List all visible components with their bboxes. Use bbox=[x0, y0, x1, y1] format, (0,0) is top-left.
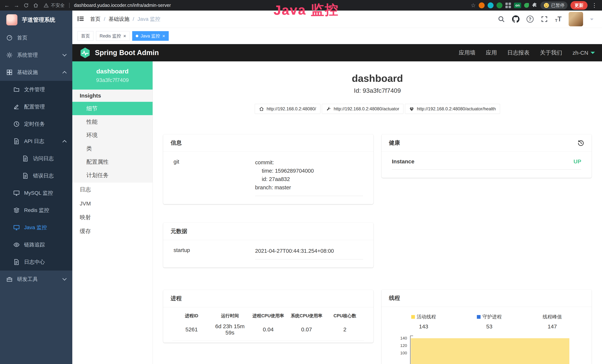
sidebar-item-api-logs[interactable]: API 日志 bbox=[0, 133, 72, 150]
extensions-puzzle-icon[interactable] bbox=[532, 2, 538, 9]
sidebar-item-log-center[interactable]: 日志中心 bbox=[0, 253, 72, 270]
sba-nav-about[interactable]: 关于我们 bbox=[540, 49, 562, 57]
breadcrumb-home[interactable]: 首页 bbox=[90, 16, 100, 23]
sidebar-item-java-monitor[interactable]: Java 监控 bbox=[0, 219, 72, 236]
sidebar-item-mysql-monitor[interactable]: MySQL 监控 bbox=[0, 184, 72, 202]
address-bar[interactable]: 不安全 dashboard.yudao.iocoder.cn/infra/adm… bbox=[44, 2, 171, 8]
gauge-icon bbox=[6, 35, 13, 41]
reload-button[interactable] bbox=[22, 1, 30, 10]
sba-nav-applications[interactable]: 应用 bbox=[486, 49, 497, 57]
sba-menu-classes[interactable]: 类 bbox=[72, 142, 153, 155]
close-icon[interactable]: × bbox=[123, 33, 126, 38]
sba-menu-performance[interactable]: 性能 bbox=[72, 115, 153, 128]
home-button[interactable] bbox=[32, 1, 40, 10]
back-button[interactable]: ← bbox=[3, 1, 11, 10]
update-button[interactable]: 更新 bbox=[570, 1, 588, 10]
wrench-icon bbox=[326, 107, 331, 111]
sba-nav-wallboard[interactable]: 应用墙 bbox=[459, 49, 475, 57]
cards-right-column: 健康 Instance UP bbox=[382, 134, 592, 364]
font-size-icon[interactable]: TT bbox=[555, 15, 562, 23]
doc-icon bbox=[13, 259, 20, 265]
stack-icon bbox=[13, 207, 20, 214]
legend-live-threads[interactable]: 活动线程 143 bbox=[411, 314, 436, 330]
sidebar-item-file-mgmt[interactable]: 文件管理 bbox=[0, 81, 72, 98]
sidebar-item-config-mgmt[interactable]: 配置管理 bbox=[0, 98, 72, 115]
active-dot bbox=[136, 35, 138, 37]
sba-menu-caches[interactable]: 缓存 bbox=[72, 224, 153, 238]
sidebar-item-infrastructure[interactable]: 基础设施 bbox=[0, 64, 72, 81]
health-instance-row[interactable]: Instance UP bbox=[392, 158, 581, 170]
sba-menu-mappings[interactable]: 映射 bbox=[72, 211, 153, 224]
extension-on-badge[interactable]: on bbox=[514, 3, 521, 8]
sba-instance-header[interactable]: dashboard 93a3fc7f7409 bbox=[72, 61, 153, 90]
yudao-sidebar: 芋道管理系统 首页 系统管理 基础设施 文件管理 配置 bbox=[0, 11, 72, 364]
extension-icon-orange[interactable] bbox=[479, 2, 485, 8]
sidebar-item-access-logs[interactable]: 访问日志 bbox=[0, 150, 72, 167]
extension-icon-green[interactable] bbox=[496, 2, 502, 8]
sba-locale-select[interactable]: zh-CN bbox=[572, 50, 595, 56]
sba-menu-scheduled-tasks[interactable]: 计划任务 bbox=[72, 169, 153, 182]
close-icon[interactable]: × bbox=[162, 33, 165, 38]
profile-paused-chip[interactable]: 已暂停 bbox=[540, 1, 568, 9]
link-actuator-url[interactable]: http://192.168.0.2:48080/actuator bbox=[322, 104, 404, 114]
search-icon[interactable] bbox=[498, 15, 505, 23]
sba-nav: 应用墙 应用 日志报表 关于我们 zh-CN bbox=[459, 49, 595, 57]
sba-menu-details[interactable]: 细节 bbox=[72, 102, 153, 115]
legend-daemon-threads[interactable]: 守护进程 53 bbox=[477, 314, 502, 330]
browser-menu-kebab-icon[interactable]: ⋮ bbox=[591, 2, 598, 9]
metadata-card: 元数据 startup 2021-04-27T00:44:31.254+08:0… bbox=[163, 223, 373, 268]
sidebar-item-redis-monitor[interactable]: Redis 监控 bbox=[0, 202, 72, 219]
health-card: 健康 Instance UP bbox=[382, 134, 592, 178]
sba-menu-jvm[interactable]: JVM bbox=[72, 197, 153, 211]
metadata-value: 2021-04-27T00:44:31.254+08:00 bbox=[255, 247, 363, 259]
extension-icon-cyan[interactable] bbox=[488, 2, 494, 8]
avatar[interactable] bbox=[569, 12, 583, 26]
sidebar-item-dev-tools[interactable]: 研发工具 bbox=[0, 270, 72, 288]
sba-nav-journal[interactable]: 日志报表 bbox=[507, 49, 529, 57]
help-icon[interactable]: ? bbox=[527, 16, 534, 23]
extension-grid-icon[interactable] bbox=[505, 3, 511, 8]
tab-redis-monitor[interactable]: Redis 监控 × bbox=[96, 31, 129, 41]
sba-menu-logging[interactable]: 日志 bbox=[72, 183, 153, 197]
forward-button[interactable]: → bbox=[12, 1, 21, 10]
doc-icon bbox=[22, 173, 29, 179]
sba-menu-environment[interactable]: 环境 bbox=[72, 128, 153, 142]
screen: Java 监控 ← → 不安全 dashboard.yudao.iocoder.… bbox=[0, 0, 602, 364]
ytick-120: 120 bbox=[396, 343, 407, 348]
page-title: dashboard bbox=[163, 73, 592, 84]
tab-java-monitor[interactable]: Java 监控 × bbox=[132, 31, 169, 41]
github-icon[interactable] bbox=[512, 15, 519, 23]
process-pid: 5261 bbox=[172, 323, 211, 341]
sidebar-item-system-mgmt[interactable]: 系统管理 bbox=[0, 46, 72, 64]
sba-insights-group: Insights 细节 性能 环境 类 配置属性 计划任务 bbox=[72, 90, 153, 183]
annotation-java-monitor: Java 监控 bbox=[273, 1, 339, 19]
fullscreen-icon[interactable] bbox=[541, 15, 548, 23]
page-subtitle: Id: 93a3fc7f7409 bbox=[163, 87, 592, 94]
sidebar-item-error-logs[interactable]: 错误日志 bbox=[0, 167, 72, 184]
link-health-url[interactable]: http://192.168.0.2:48080/actuator/health bbox=[405, 104, 500, 114]
tab-home[interactable]: 首页 bbox=[77, 31, 93, 41]
app-shell: 芋道管理系统 首页 系统管理 基础设施 文件管理 配置 bbox=[0, 11, 602, 364]
history-icon[interactable] bbox=[578, 140, 584, 146]
sidebar-item-trace[interactable]: 链路追踪 bbox=[0, 236, 72, 253]
bookmark-star-icon[interactable]: ☆ bbox=[471, 2, 476, 9]
sba-menu-config-props[interactable]: 配置属性 bbox=[72, 155, 153, 169]
instance-id: 93a3fc7f7409 bbox=[96, 77, 129, 83]
sidebar-collapse-icon[interactable] bbox=[77, 15, 85, 23]
breadcrumb-separator: / bbox=[133, 16, 134, 22]
sba-group-label: Insights bbox=[72, 90, 153, 102]
url-text[interactable]: dashboard.yudao.iocoder.cn/infra/admin-s… bbox=[74, 3, 171, 8]
threads-card-title: 线程 bbox=[382, 289, 592, 307]
extension-leaf-icon[interactable] bbox=[524, 3, 529, 8]
instance-links: http://192.168.0.2:48080/ http://192.168… bbox=[163, 104, 592, 114]
breadcrumb-current: Java 监控 bbox=[138, 16, 160, 23]
sidebar-item-home[interactable]: 首页 bbox=[0, 29, 72, 46]
health-card-title: 健康 bbox=[382, 134, 592, 152]
link-service-url[interactable]: http://192.168.0.2:48080/ bbox=[255, 104, 320, 114]
process-card-title: 进程 bbox=[163, 290, 373, 307]
sidebar-item-scheduled-jobs[interactable]: 定时任务 bbox=[0, 115, 72, 133]
breadcrumb-infra[interactable]: 基础设施 bbox=[109, 16, 129, 23]
avatar-caret-icon[interactable] bbox=[590, 19, 593, 22]
sba-brand[interactable]: Spring Boot Admin bbox=[79, 47, 159, 59]
info-card-title: 信息 bbox=[163, 134, 373, 152]
